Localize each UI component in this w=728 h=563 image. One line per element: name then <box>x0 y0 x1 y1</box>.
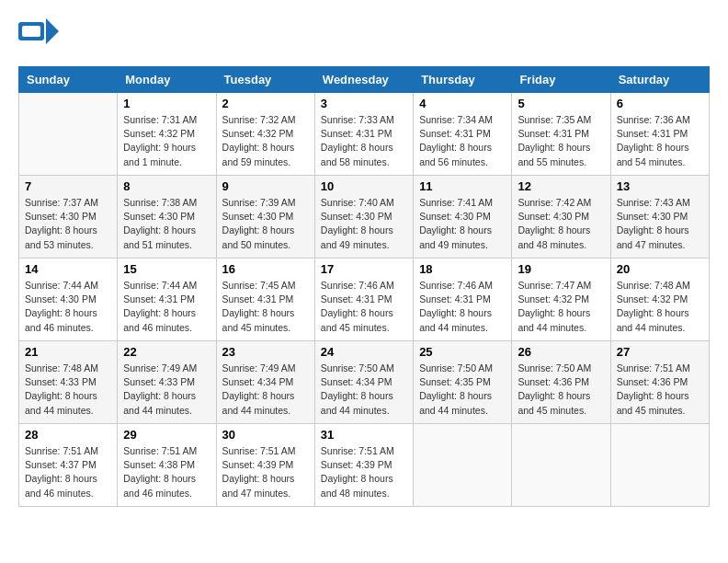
day-number: 20 <box>617 262 703 276</box>
day-info: Sunrise: 7:48 AM Sunset: 4:32 PM Dayligh… <box>617 279 703 335</box>
day-info: Sunrise: 7:51 AM Sunset: 4:39 PM Dayligh… <box>222 444 309 500</box>
day-number: 29 <box>123 428 210 442</box>
weekday-header-sunday: Sunday <box>19 67 118 93</box>
calendar-cell: 31Sunrise: 7:51 AM Sunset: 4:39 PM Dayli… <box>314 424 413 507</box>
day-info: Sunrise: 7:50 AM Sunset: 4:34 PM Dayligh… <box>321 362 407 418</box>
day-info: Sunrise: 7:44 AM Sunset: 4:30 PM Dayligh… <box>25 279 111 335</box>
day-number: 16 <box>222 262 309 276</box>
day-number: 24 <box>321 345 407 359</box>
calendar-cell <box>610 424 709 507</box>
day-info: Sunrise: 7:50 AM Sunset: 4:35 PM Dayligh… <box>419 362 506 418</box>
day-info: Sunrise: 7:37 AM Sunset: 4:30 PM Dayligh… <box>25 196 111 252</box>
day-info: Sunrise: 7:46 AM Sunset: 4:31 PM Dayligh… <box>321 279 407 335</box>
day-info: Sunrise: 7:33 AM Sunset: 4:31 PM Dayligh… <box>321 113 407 169</box>
day-number: 27 <box>617 345 703 359</box>
day-info: Sunrise: 7:44 AM Sunset: 4:31 PM Dayligh… <box>123 279 210 335</box>
day-info: Sunrise: 7:32 AM Sunset: 4:32 PM Dayligh… <box>222 113 309 169</box>
day-info: Sunrise: 7:31 AM Sunset: 4:32 PM Dayligh… <box>123 113 210 169</box>
day-info: Sunrise: 7:41 AM Sunset: 4:30 PM Dayligh… <box>419 196 506 252</box>
day-number: 21 <box>25 345 111 359</box>
calendar-cell: 26Sunrise: 7:50 AM Sunset: 4:36 PM Dayli… <box>512 341 610 424</box>
day-number: 18 <box>419 262 506 276</box>
calendar-cell: 21Sunrise: 7:48 AM Sunset: 4:33 PM Dayli… <box>19 341 118 424</box>
day-number: 3 <box>321 97 407 110</box>
calendar-cell: 11Sunrise: 7:41 AM Sunset: 4:30 PM Dayli… <box>414 176 512 259</box>
day-number: 23 <box>222 345 309 359</box>
day-number: 2 <box>222 97 309 110</box>
day-info: Sunrise: 7:47 AM Sunset: 4:32 PM Dayligh… <box>518 279 604 335</box>
day-info: Sunrise: 7:51 AM Sunset: 4:38 PM Dayligh… <box>123 444 210 500</box>
calendar-cell: 15Sunrise: 7:44 AM Sunset: 4:31 PM Dayli… <box>118 259 216 341</box>
calendar-cell: 16Sunrise: 7:45 AM Sunset: 4:31 PM Dayli… <box>216 259 314 341</box>
day-info: Sunrise: 7:36 AM Sunset: 4:31 PM Dayligh… <box>617 113 703 169</box>
day-number: 17 <box>321 262 407 276</box>
day-number: 19 <box>518 262 604 276</box>
weekday-header-friday: Friday <box>512 67 610 93</box>
calendar-cell: 24Sunrise: 7:50 AM Sunset: 4:34 PM Dayli… <box>314 341 413 424</box>
day-number: 8 <box>123 179 210 193</box>
day-info: Sunrise: 7:51 AM Sunset: 4:37 PM Dayligh… <box>25 444 111 500</box>
day-number: 15 <box>123 262 210 276</box>
calendar-cell: 27Sunrise: 7:51 AM Sunset: 4:36 PM Dayli… <box>610 341 709 424</box>
svg-rect-1 <box>22 26 40 37</box>
day-number: 7 <box>25 179 111 193</box>
calendar-cell: 20Sunrise: 7:48 AM Sunset: 4:32 PM Dayli… <box>610 259 709 341</box>
calendar-cell: 9Sunrise: 7:39 AM Sunset: 4:30 PM Daylig… <box>216 176 314 259</box>
calendar-cell: 12Sunrise: 7:42 AM Sunset: 4:30 PM Dayli… <box>512 176 610 259</box>
calendar-cell: 4Sunrise: 7:34 AM Sunset: 4:31 PM Daylig… <box>414 93 512 176</box>
weekday-header-tuesday: Tuesday <box>216 67 314 93</box>
calendar-cell <box>414 424 512 507</box>
day-number: 4 <box>419 97 506 110</box>
svg-marker-2 <box>46 18 59 44</box>
weekday-header-wednesday: Wednesday <box>314 67 413 93</box>
day-number: 22 <box>123 345 210 359</box>
day-info: Sunrise: 7:40 AM Sunset: 4:30 PM Dayligh… <box>321 196 407 252</box>
calendar-cell: 6Sunrise: 7:36 AM Sunset: 4:31 PM Daylig… <box>610 93 709 176</box>
day-number: 13 <box>617 179 703 193</box>
logo <box>18 18 63 52</box>
calendar-cell <box>512 424 610 507</box>
calendar-cell: 18Sunrise: 7:46 AM Sunset: 4:31 PM Dayli… <box>414 259 512 341</box>
day-number: 14 <box>25 262 111 276</box>
calendar-cell: 5Sunrise: 7:35 AM Sunset: 4:31 PM Daylig… <box>512 93 610 176</box>
calendar-cell: 10Sunrise: 7:40 AM Sunset: 4:30 PM Dayli… <box>314 176 413 259</box>
day-info: Sunrise: 7:46 AM Sunset: 4:31 PM Dayligh… <box>419 279 506 335</box>
calendar-cell: 17Sunrise: 7:46 AM Sunset: 4:31 PM Dayli… <box>314 259 413 341</box>
calendar-cell: 7Sunrise: 7:37 AM Sunset: 4:30 PM Daylig… <box>19 176 118 259</box>
day-number: 31 <box>321 428 407 442</box>
day-info: Sunrise: 7:38 AM Sunset: 4:30 PM Dayligh… <box>123 196 210 252</box>
day-number: 6 <box>617 97 703 110</box>
calendar-cell: 2Sunrise: 7:32 AM Sunset: 4:32 PM Daylig… <box>216 93 314 176</box>
day-number: 11 <box>419 179 506 193</box>
calendar-cell: 1Sunrise: 7:31 AM Sunset: 4:32 PM Daylig… <box>118 93 216 176</box>
day-number: 1 <box>123 97 210 110</box>
calendar-cell: 13Sunrise: 7:43 AM Sunset: 4:30 PM Dayli… <box>610 176 709 259</box>
calendar-cell: 30Sunrise: 7:51 AM Sunset: 4:39 PM Dayli… <box>216 424 314 507</box>
day-info: Sunrise: 7:50 AM Sunset: 4:36 PM Dayligh… <box>518 362 604 418</box>
calendar-cell: 25Sunrise: 7:50 AM Sunset: 4:35 PM Dayli… <box>414 341 512 424</box>
day-number: 10 <box>321 179 407 193</box>
page-header <box>18 18 710 52</box>
calendar-cell <box>19 93 118 176</box>
calendar-cell: 28Sunrise: 7:51 AM Sunset: 4:37 PM Dayli… <box>19 424 118 507</box>
day-info: Sunrise: 7:45 AM Sunset: 4:31 PM Dayligh… <box>222 279 309 335</box>
day-info: Sunrise: 7:51 AM Sunset: 4:36 PM Dayligh… <box>617 362 703 418</box>
calendar-cell: 14Sunrise: 7:44 AM Sunset: 4:30 PM Dayli… <box>19 259 118 341</box>
calendar-cell: 29Sunrise: 7:51 AM Sunset: 4:38 PM Dayli… <box>118 424 216 507</box>
day-info: Sunrise: 7:49 AM Sunset: 4:34 PM Dayligh… <box>222 362 309 418</box>
day-info: Sunrise: 7:51 AM Sunset: 4:39 PM Dayligh… <box>321 444 407 500</box>
calendar-table: SundayMondayTuesdayWednesdayThursdayFrid… <box>18 66 710 507</box>
day-number: 9 <box>222 179 309 193</box>
day-number: 30 <box>222 428 309 442</box>
day-number: 5 <box>518 97 604 110</box>
day-info: Sunrise: 7:35 AM Sunset: 4:31 PM Dayligh… <box>518 113 604 169</box>
day-info: Sunrise: 7:42 AM Sunset: 4:30 PM Dayligh… <box>518 196 604 252</box>
calendar-cell: 19Sunrise: 7:47 AM Sunset: 4:32 PM Dayli… <box>512 259 610 341</box>
day-number: 28 <box>25 428 111 442</box>
day-number: 12 <box>518 179 604 193</box>
day-number: 25 <box>419 345 506 359</box>
calendar-cell: 23Sunrise: 7:49 AM Sunset: 4:34 PM Dayli… <box>216 341 314 424</box>
weekday-header-thursday: Thursday <box>414 67 512 93</box>
day-info: Sunrise: 7:48 AM Sunset: 4:33 PM Dayligh… <box>25 362 111 418</box>
calendar-cell: 8Sunrise: 7:38 AM Sunset: 4:30 PM Daylig… <box>118 176 216 259</box>
